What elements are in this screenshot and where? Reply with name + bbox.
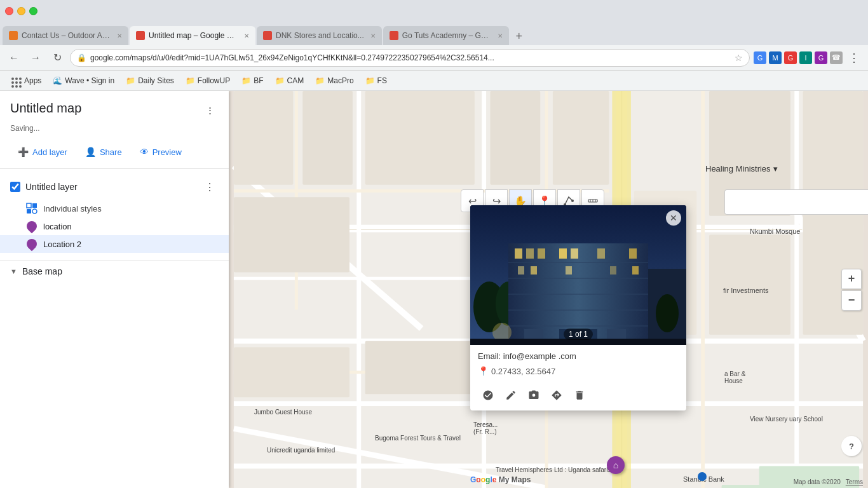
tab-favicon [390,31,398,40]
minimize-button[interactable] [17,7,25,15]
map-pin-stanbic[interactable] [698,472,707,481]
map-title: Untitled map [10,101,81,116]
svg-rect-63 [566,266,572,274]
ext-icon-6[interactable]: ☎ [830,51,843,64]
tab-close-button[interactable]: ✕ [244,32,249,39]
svg-rect-55 [526,248,534,259]
preview-button[interactable]: 👁 Preview [132,143,189,161]
location-item-1[interactable]: location [0,217,229,235]
new-tab-button[interactable]: + [510,27,528,45]
popup-close-button[interactable]: ✕ [666,210,681,226]
layer-more-button[interactable]: ⋮ [201,178,219,196]
tab-favicon [136,31,145,40]
sidebar-menu-button[interactable]: ⋮ [201,101,219,119]
individual-styles-icon [25,202,38,215]
map-footer: Map data ©2020 Terms [794,478,863,485]
email-value: info@example .com [503,351,576,361]
zoom-out-button[interactable]: − [841,290,862,311]
svg-rect-32 [365,341,475,395]
bookmark-daily-sites[interactable]: 📁 Daily Sites [121,74,179,88]
svg-rect-56 [538,248,545,259]
folder-icon: 📁 [315,76,325,85]
tab-bar: Contact Us – Outdoor Ac... ✕ Untitled ma… [0,22,868,45]
svg-rect-26 [302,91,353,185]
ext-icon-1[interactable]: G [754,51,766,64]
back-button[interactable]: ← [5,49,23,67]
tab-untitled-map[interactable]: Untitled map – Google M... ✕ [130,26,255,45]
bookmark-wave[interactable]: 🌊 Wave • Sign in [48,74,119,88]
preview-label: Preview [153,147,182,157]
individual-styles-item[interactable]: Individual styles [0,200,229,217]
basemap-label: Base map [22,266,62,276]
apps-grid-icon [11,73,22,88]
popup-delete-button[interactable] [569,385,590,405]
layer-header[interactable]: Untitled layer ⋮ [0,174,229,200]
bookmark-fs[interactable]: 📁 FS [360,74,392,88]
bookmark-cam[interactable]: 📁 CAM [270,74,309,88]
forward-button[interactable]: → [27,49,44,67]
tab-close-button[interactable]: ✕ [498,32,503,39]
map-search-input[interactable] [724,189,868,215]
bookmark-star[interactable]: ☆ [735,53,743,63]
ext-icon-2[interactable]: M [769,51,782,64]
popup-photo-button[interactable] [524,385,544,405]
terms-link[interactable]: Terms [846,478,863,485]
bookmark-bf-label: BF [254,76,263,85]
location-item-2[interactable]: Location 2 [0,235,229,253]
bookmarks-bar: Apps 🌊 Wave • Sign in 📁 Daily Sites 📁 Fo… [0,71,868,91]
tab-close-button[interactable]: ✕ [117,32,122,39]
popup-style-button[interactable] [478,385,498,405]
basemap-header[interactable]: ▼ Base map [10,266,219,276]
add-layer-button[interactable]: ➕ Add layer [10,143,75,161]
tab-favicon [9,31,18,40]
svg-rect-65 [632,266,639,274]
extensions-menu[interactable]: ⋮ [845,49,863,67]
browser-window: Contact Us – Outdoor Ac... ✕ Untitled ma… [0,0,868,488]
map-pin-home[interactable]: ⌂ [607,456,625,474]
zoom-in-button[interactable]: + [841,269,862,289]
bookmark-macpro[interactable]: 📁 MacPro [310,74,358,88]
map-area[interactable]: Healing Ministries ▾ ↩ ↪ ✋ 📍 [229,91,868,488]
sidebar-header: Untitled map ⋮ [0,91,229,124]
tab-go-tuts[interactable]: Go Tuts Academny – Go... ✕ [383,26,509,45]
close-button[interactable] [5,7,13,15]
map-label-unicredit: Unicredit uganda limited [267,447,335,454]
layer-checkbox[interactable] [10,182,20,192]
tab-label: Untitled map – Google M... [149,31,238,40]
bookmark-daily-sites-label: Daily Sites [138,76,174,85]
basemap-arrow-icon: ▼ [10,268,17,275]
extension-icons: G M G I G ☎ ⋮ [754,49,863,67]
tab-contact-us[interactable]: Contact Us – Outdoor Ac... ✕ [3,26,128,45]
map-data-text: Map data ©2020 [794,478,841,485]
ext-icon-3[interactable]: G [784,51,797,64]
email-label: Email: [478,351,501,361]
svg-rect-58 [571,248,578,259]
add-layer-label: Add layer [32,147,67,157]
bookmark-apps[interactable]: Apps [6,71,46,90]
ext-icon-5[interactable]: G [815,51,827,64]
popup-actions [470,383,686,410]
maximize-button[interactable] [29,7,37,15]
svg-rect-61 [518,266,524,274]
svg-point-72 [656,294,679,332]
google-my-maps-logo: Google My Maps [470,475,531,484]
tab-dnk-stores[interactable]: DNK Stores and Locatio... ✕ [257,26,382,45]
bookmark-bf[interactable]: 📁 BF [236,74,268,88]
map-label-travel: Travel Hemispheres Ltd : Uganda safaris [496,466,578,474]
share-button[interactable]: 👤 Share [78,143,130,161]
help-button[interactable]: ? [841,436,862,456]
svg-rect-28 [490,91,540,185]
svg-rect-0 [27,203,31,208]
address-box[interactable]: 🔒 google.com/maps/d/u/0/edit?mid=1UA7hGL… [70,49,750,67]
ext-icon-4[interactable]: I [799,51,812,64]
bookmark-followup[interactable]: 📁 FollowUP [180,74,235,88]
map-label-teresa: Teresa...(Fr. R...) [473,421,498,435]
popup-directions-button[interactable] [546,385,567,405]
svg-rect-25 [234,91,294,185]
popup-edit-button[interactable] [501,385,521,405]
tab-close-button[interactable]: ✕ [370,32,376,39]
reload-button[interactable]: ↻ [48,49,66,67]
svg-rect-59 [597,248,605,259]
healing-dropdown-icon[interactable]: ▾ [773,164,778,173]
bookmark-fs-label: FS [377,76,387,85]
